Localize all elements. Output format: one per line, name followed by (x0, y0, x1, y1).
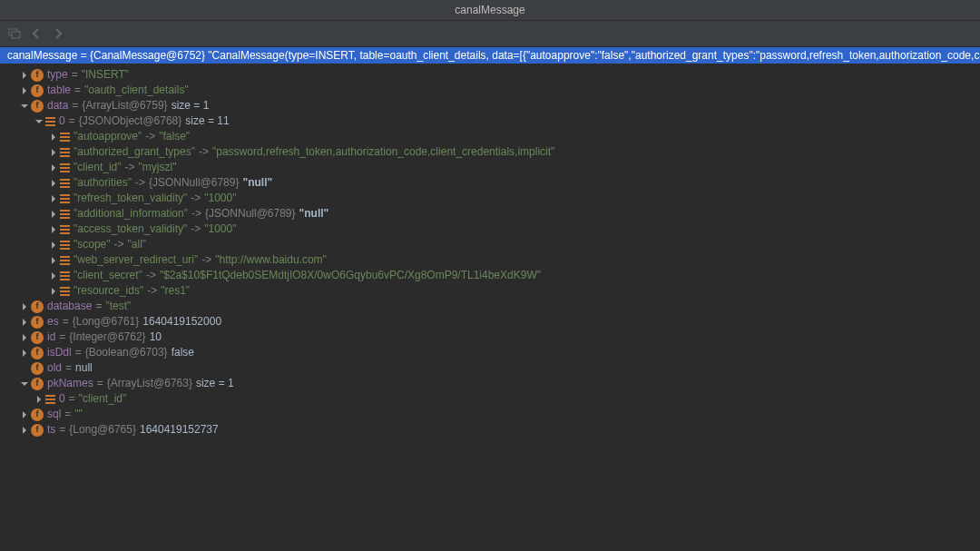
list-item-pk0[interactable]: 0="client_id" (0, 391, 980, 407)
field-icon: f (31, 408, 44, 421)
element-icon (45, 116, 55, 127)
element-icon (60, 147, 70, 158)
field-sql[interactable]: fsql="" (0, 407, 980, 422)
field-ts[interactable]: fts={Long@6765}1640419152737 (0, 422, 980, 438)
field-icon: f (31, 347, 44, 359)
field-old[interactable]: fold=null (0, 360, 980, 376)
element-icon (60, 271, 70, 281)
element-icon (60, 132, 70, 143)
field-isDdl[interactable]: fisDdl={Boolean@6703}false (0, 345, 980, 360)
field-icon: f (31, 378, 44, 390)
arrow-right-icon[interactable] (20, 426, 29, 435)
map-entry[interactable]: "autoapprove"->"false" (0, 129, 980, 144)
map-entry[interactable]: "scope"->"all" (0, 237, 980, 252)
map-entry[interactable]: "access_token_validity"->"1000" (0, 221, 980, 237)
element-icon (60, 286, 70, 297)
arrow-down-icon[interactable] (20, 379, 29, 389)
field-icon: f (31, 331, 44, 344)
field-pkNames[interactable]: fpkNames={ArrayList@6763}size = 1 (0, 376, 980, 391)
field-data[interactable]: fdata={ArrayList@6759}size = 1 (0, 98, 980, 113)
field-database[interactable]: fdatabase="test" (0, 299, 980, 314)
field-table[interactable]: ftable="oauth_client_details" (0, 83, 980, 98)
element-icon (60, 255, 70, 266)
arrow-right-icon[interactable] (49, 133, 58, 142)
arrow-right-icon[interactable] (49, 194, 58, 203)
toolbar (0, 21, 980, 47)
map-entry[interactable]: "client_secret"->"$2a$10$F1tQdeb0SEMdtjI… (0, 268, 980, 283)
arrow-right-icon[interactable] (49, 271, 58, 280)
arrow-right-icon[interactable] (49, 210, 58, 219)
variables-tree: ftype="INSERT" ftable="oauth_client_deta… (0, 64, 980, 438)
arrow-right-icon[interactable] (20, 318, 29, 327)
arrow-right-icon[interactable] (20, 349, 29, 358)
element-icon (60, 162, 70, 173)
map-entry[interactable]: "additional_information"->{JSONNull@6789… (0, 206, 980, 221)
field-icon: f (31, 300, 44, 313)
arrow-right-icon[interactable] (34, 395, 44, 404)
map-entry[interactable]: "client_id"->"myjszl" (0, 160, 980, 175)
map-entry[interactable]: "authorities"->{JSONNull@6789}"null" (0, 175, 980, 191)
arrow-right-icon[interactable] (20, 302, 29, 311)
field-icon: f (31, 316, 44, 329)
arrow-right-icon[interactable] (49, 148, 58, 157)
field-icon: f (31, 424, 44, 437)
field-type[interactable]: ftype="INSERT" (0, 67, 980, 83)
field-icon: f (31, 69, 44, 82)
field-icon: f (31, 362, 44, 375)
list-item-0[interactable]: 0={JSONObject@6768}size = 11 (0, 113, 980, 129)
root-text: canalMessage = {CanalMessage@6752} "Cana… (7, 47, 980, 64)
field-es[interactable]: fes={Long@6761}1640419152000 (0, 314, 980, 330)
arrow-right-icon[interactable] (49, 287, 58, 296)
map-entry[interactable]: "web_server_redirect_uri"->"http://www.b… (0, 252, 980, 268)
svg-rect-1 (12, 32, 20, 38)
arrow-right-icon[interactable] (20, 333, 29, 342)
window-title: canalMessage (0, 0, 980, 21)
element-icon (45, 394, 55, 405)
forward-arrow-icon[interactable] (51, 26, 65, 41)
arrow-right-icon[interactable] (49, 163, 58, 172)
arrow-right-icon[interactable] (20, 71, 29, 80)
arrow-down-icon[interactable] (20, 102, 29, 111)
arrow-right-icon[interactable] (20, 86, 29, 95)
root-variable-row[interactable]: canalMessage = {CanalMessage@6752} "Cana… (0, 47, 980, 64)
element-icon (60, 209, 70, 220)
element-icon (60, 240, 70, 251)
field-icon: f (31, 100, 44, 113)
back-arrow-icon[interactable] (29, 26, 44, 41)
arrow-right-icon[interactable] (20, 410, 29, 419)
field-icon: f (31, 84, 44, 97)
element-icon (60, 224, 70, 235)
arrow-right-icon[interactable] (49, 256, 58, 265)
map-entry[interactable]: "refresh_token_validity"->"1000" (0, 191, 980, 206)
arrow-right-icon[interactable] (49, 241, 58, 250)
map-entry[interactable]: "resource_ids"->"res1" (0, 283, 980, 299)
arrow-down-icon[interactable] (34, 117, 44, 126)
arrow-right-icon[interactable] (49, 225, 58, 234)
arrow-right-icon[interactable] (49, 179, 58, 188)
stack-icon[interactable] (7, 26, 22, 41)
element-icon (60, 178, 70, 189)
field-id[interactable]: fid={Integer@6762}10 (0, 330, 980, 345)
element-icon (60, 193, 70, 204)
map-entry[interactable]: "authorized_grant_types"->"password,refr… (0, 144, 980, 160)
